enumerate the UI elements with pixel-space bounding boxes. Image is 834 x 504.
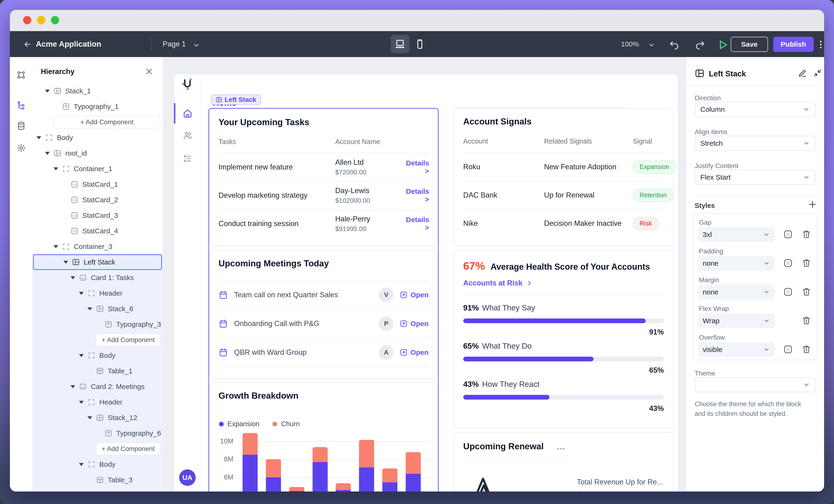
signal-row[interactable]: DAC Bank Up for Renewal Retention bbox=[463, 181, 664, 209]
close-window-button[interactable] bbox=[23, 16, 31, 24]
tree-item-statcard-4[interactable]: StatCard_4 bbox=[32, 223, 163, 239]
details-link[interactable]: Details > bbox=[406, 159, 429, 175]
per-side-icon[interactable] bbox=[783, 258, 793, 268]
trash-icon[interactable] bbox=[801, 315, 812, 326]
caret-down-icon[interactable] bbox=[70, 385, 75, 388]
add-component-button[interactable]: + Add Component bbox=[53, 116, 160, 129]
hierarchy-tool-icon[interactable] bbox=[17, 101, 26, 110]
task-row[interactable]: Develop marketing strategy Day-Lewis$102… bbox=[219, 181, 429, 209]
settings-gear-icon[interactable] bbox=[17, 143, 26, 153]
tree-item-left-stack-selected[interactable]: Left Stack bbox=[33, 254, 162, 270]
tree-item-table-1[interactable]: Table_1 bbox=[32, 363, 163, 379]
open-meeting-link[interactable]: Open bbox=[399, 348, 429, 356]
zoom-chevron-icon[interactable] bbox=[648, 41, 655, 49]
tree-item-stack-6[interactable]: Stack_6 bbox=[32, 301, 163, 316]
add-component-button[interactable]: + Add Component bbox=[96, 442, 160, 455]
tree-item-typography-1[interactable]: Typography_1 bbox=[32, 99, 163, 114]
tree-item-root-id[interactable]: root_id bbox=[32, 146, 163, 161]
checklist-nav-icon[interactable] bbox=[182, 153, 193, 164]
save-button[interactable]: Save bbox=[731, 37, 768, 52]
gap-select[interactable]: 3xl bbox=[698, 227, 774, 242]
meeting-row[interactable]: QBR with Ward Group A Open bbox=[219, 338, 429, 367]
caret-down-icon[interactable] bbox=[87, 416, 92, 419]
home-nav-icon[interactable] bbox=[182, 108, 193, 118]
trash-icon[interactable] bbox=[801, 287, 812, 297]
data-tool-icon[interactable] bbox=[17, 121, 26, 131]
tree-item-statcard-3[interactable]: StatCard_3 bbox=[32, 208, 163, 223]
undo-icon[interactable] bbox=[669, 40, 680, 50]
components-tool-icon[interactable] bbox=[17, 70, 26, 80]
tree-item-card-2-meetings[interactable]: Card 2: Meetings bbox=[32, 379, 163, 394]
tree-item-statcard-2[interactable]: StatCard_2 bbox=[32, 192, 163, 208]
close-icon[interactable] bbox=[145, 67, 153, 75]
per-side-icon[interactable] bbox=[783, 344, 793, 354]
tree-item-typography-6[interactable]: Typography_6 bbox=[32, 425, 163, 441]
caret-down-icon[interactable] bbox=[79, 354, 84, 357]
open-meeting-link[interactable]: Open bbox=[399, 291, 429, 299]
tree-item-header[interactable]: Header bbox=[32, 285, 163, 301]
tree-item-statcard-1[interactable]: StatCard_1 bbox=[32, 177, 163, 192]
back-icon[interactable] bbox=[23, 40, 32, 49]
justify-content-select[interactable]: Flex Start bbox=[695, 170, 816, 185]
meeting-row[interactable]: Onboarding Call with P&G P Open bbox=[219, 309, 429, 338]
tree-item-stack-12[interactable]: Stack_12 bbox=[32, 410, 163, 425]
publish-button[interactable]: Publish bbox=[773, 37, 814, 52]
tree-item-body-card1[interactable]: Body bbox=[32, 348, 163, 363]
trash-icon[interactable] bbox=[801, 258, 812, 268]
zoom-window-button[interactable] bbox=[51, 16, 59, 24]
direction-select[interactable]: Column bbox=[695, 102, 816, 117]
caret-down-icon[interactable] bbox=[87, 307, 92, 310]
trash-icon[interactable] bbox=[801, 229, 812, 240]
task-row[interactable]: Implement new feature Allen Ltd$72000.00… bbox=[219, 153, 429, 181]
margin-select[interactable]: none bbox=[698, 285, 774, 299]
details-link[interactable]: Details > bbox=[406, 216, 429, 232]
align-items-select[interactable]: Stretch bbox=[695, 136, 816, 151]
theme-select[interactable] bbox=[695, 377, 816, 392]
caret-down-icon[interactable] bbox=[37, 136, 41, 139]
selection-chip[interactable]: Left Stack bbox=[211, 94, 261, 105]
flex-wrap-select[interactable]: Wrap bbox=[698, 313, 774, 328]
meeting-row[interactable]: Team call on next Quarter Sales V Open bbox=[219, 281, 429, 309]
tree-item-table-3[interactable]: Table_3 bbox=[32, 472, 163, 488]
mobile-view-button[interactable] bbox=[414, 39, 425, 49]
tree-item-body[interactable]: Body bbox=[32, 130, 163, 146]
users-nav-icon[interactable] bbox=[182, 130, 193, 141]
trash-icon[interactable] bbox=[801, 344, 812, 354]
caret-down-icon[interactable] bbox=[79, 463, 84, 466]
tree-item-container-1[interactable]: Container_1 bbox=[32, 161, 163, 177]
collapse-panel-icon[interactable] bbox=[813, 68, 822, 78]
signal-row[interactable]: Roku New Feature Adoption Expansion bbox=[463, 153, 664, 181]
tree-item-header2[interactable]: Header bbox=[32, 394, 163, 410]
caret-down-icon[interactable] bbox=[53, 245, 58, 248]
tree-item-stack-1[interactable]: Stack_1 bbox=[32, 83, 163, 99]
redo-icon[interactable] bbox=[695, 40, 705, 50]
tree-item-typography-3[interactable]: Typography_3 bbox=[32, 316, 163, 332]
tree-item-body-card2[interactable]: Body bbox=[32, 457, 163, 472]
edit-pencil-icon[interactable] bbox=[798, 68, 807, 78]
tree-item-container-3[interactable]: Container_3 bbox=[32, 239, 163, 254]
task-row[interactable]: Conduct training session Hale-Perry$9199… bbox=[219, 210, 429, 238]
desktop-view-button[interactable] bbox=[391, 35, 409, 53]
minimize-window-button[interactable] bbox=[37, 16, 45, 24]
caret-down-icon[interactable] bbox=[79, 401, 84, 404]
per-side-icon[interactable] bbox=[783, 287, 793, 297]
per-side-icon[interactable] bbox=[783, 229, 793, 240]
caret-down-icon[interactable] bbox=[63, 261, 68, 264]
caret-down-icon[interactable] bbox=[79, 292, 84, 295]
kebab-menu-icon[interactable] bbox=[816, 39, 824, 50]
caret-down-icon[interactable] bbox=[53, 167, 58, 171]
overflow-select[interactable]: visible bbox=[698, 342, 774, 357]
details-link[interactable]: Details > bbox=[406, 188, 429, 203]
padding-select[interactable]: none bbox=[698, 256, 774, 271]
add-component-button[interactable]: + Add Component bbox=[96, 333, 160, 346]
user-avatar[interactable]: UA bbox=[179, 469, 196, 486]
accounts-at-risk-link[interactable]: Accounts at Risk bbox=[463, 279, 664, 287]
zoom-level[interactable]: 100% bbox=[621, 40, 639, 48]
open-meeting-link[interactable]: Open bbox=[399, 320, 429, 328]
tree-item-card-1-tasks[interactable]: Card 1: Tasks bbox=[32, 270, 163, 285]
caret-down-icon[interactable] bbox=[45, 152, 50, 155]
caret-down-icon[interactable] bbox=[45, 90, 50, 93]
preview-play-icon[interactable] bbox=[717, 39, 728, 50]
chevron-down-icon[interactable] bbox=[193, 42, 200, 49]
caret-down-icon[interactable] bbox=[70, 276, 75, 279]
